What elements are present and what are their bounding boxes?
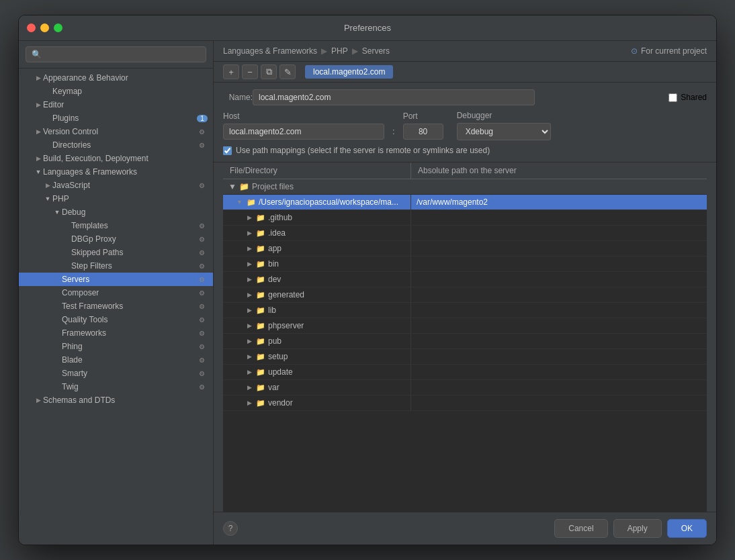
mapping-row[interactable]: ▶ 📁 update: [223, 365, 707, 380]
sidebar-item-templates[interactable]: Templates ⚙: [19, 219, 213, 232]
mapping-row[interactable]: ▶ 📁 .idea: [223, 226, 707, 241]
sidebar-item-step-filters[interactable]: Step Filters ⚙: [19, 259, 213, 273]
mapping-file-cell: ▶ 📁 setup: [223, 349, 411, 364]
settings-icon: ⚙: [197, 127, 206, 136]
add-server-button[interactable]: +: [223, 64, 239, 79]
sidebar-item-lang-frameworks[interactable]: ▼ Languages & Frameworks: [19, 165, 213, 179]
folder-icon: 📁: [256, 368, 265, 377]
mapping-row[interactable]: ▶ 📁 app: [223, 241, 707, 256]
mapping-row[interactable]: ▶ 📁 generated: [223, 287, 707, 303]
mapping-server-cell: [411, 323, 707, 328]
mapping-server-cell: [411, 338, 707, 344]
sidebar-item-build[interactable]: ▶ Build, Execution, Deployment: [19, 152, 213, 165]
mapping-server-cell: [411, 277, 707, 282]
minus-icon: −: [247, 67, 253, 77]
mapping-row[interactable]: ▶ 📁 pub: [223, 334, 707, 349]
mapping-row[interactable]: ▶ 📁 vendor: [223, 395, 707, 411]
close-button[interactable]: [27, 24, 36, 32]
sidebar-item-smarty[interactable]: Smarty ⚙: [19, 367, 213, 380]
colon-separator: :: [392, 126, 395, 136]
arrow-icon: [52, 382, 62, 391]
mapping-row[interactable]: ▼ 📁 /Users/ignaciopascual/workspace/ma..…: [223, 195, 707, 210]
sidebar-item-label: Appearance & Behavior: [43, 73, 208, 83]
sidebar-item-composer[interactable]: Composer ⚙: [19, 286, 213, 299]
mapping-file-cell: ▶ 📁 .github: [223, 210, 411, 225]
server-tab[interactable]: local.magento2.com: [305, 65, 393, 79]
arrow-icon: [52, 288, 62, 297]
sidebar-item-phing[interactable]: Phing ⚙: [19, 340, 213, 353]
sidebar-item-servers[interactable]: Servers ⚙: [19, 273, 213, 286]
sidebar-item-version-control[interactable]: ▶ Version Control ⚙: [19, 125, 213, 138]
sidebar-item-plugins[interactable]: Plugins 1: [19, 111, 213, 125]
sidebar-item-php[interactable]: ▼ PHP: [19, 192, 213, 205]
remove-server-button[interactable]: −: [242, 64, 258, 79]
expand-arrow-icon: ▶: [247, 369, 252, 375]
path-mapping-checkbox[interactable]: [223, 146, 232, 155]
copy-icon: ⧉: [266, 66, 272, 77]
arrow-icon: [43, 113, 52, 123]
sidebar-item-javascript[interactable]: ▶ JavaScript ⚙: [19, 179, 213, 192]
mapping-server-cell: [411, 354, 707, 359]
sidebar-item-directories[interactable]: Directories ⚙: [19, 138, 213, 152]
mapping-row[interactable]: ▶ 📁 .github: [223, 210, 707, 226]
host-label: Host: [223, 111, 384, 121]
breadcrumb-item: Servers: [362, 46, 390, 56]
edit-server-button[interactable]: ✎: [279, 64, 296, 79]
sidebar-item-twig[interactable]: Twig ⚙: [19, 380, 213, 393]
question-icon: ?: [228, 524, 233, 533]
shared-label: Shared: [681, 93, 707, 102]
sidebar-item-debug[interactable]: ▼ Debug: [19, 205, 213, 219]
sidebar-item-appearance[interactable]: ▶ Appearance & Behavior: [19, 71, 213, 85]
sidebar-item-skipped-paths[interactable]: Skipped Paths ⚙: [19, 246, 213, 259]
expand-arrow-icon: ▶: [247, 276, 252, 283]
sidebar-item-label: Build, Execution, Deployment: [43, 154, 208, 163]
arrow-icon: ▶: [43, 181, 52, 190]
expand-arrow-icon: ▶: [247, 353, 252, 360]
sidebar-item-label: DBGp Proxy: [71, 234, 197, 244]
copy-server-button[interactable]: ⧉: [261, 64, 277, 79]
folder-icon: 📁: [256, 337, 265, 346]
sidebar-item-keymap[interactable]: Keymap: [19, 85, 213, 98]
shared-checkbox[interactable]: [668, 93, 677, 102]
mapping-row[interactable]: ▶ 📁 lib: [223, 303, 707, 318]
debugger-select[interactable]: Xdebug Zend Debugger: [457, 123, 551, 140]
bookmark-icon: ⊙: [631, 46, 638, 56]
settings-icon: ⚙: [197, 248, 206, 257]
sidebar-tree: ▶ Appearance & Behavior Keymap ▶ Editor …: [19, 68, 213, 545]
mapping-row[interactable]: ▶ 📁 phpserver: [223, 318, 707, 334]
mapping-row[interactable]: ▶ 📁 bin: [223, 256, 707, 272]
port-input[interactable]: [403, 124, 443, 140]
folder-icon: 📁: [247, 198, 256, 207]
maximize-button[interactable]: [54, 24, 62, 32]
sidebar: ▶ Appearance & Behavior Keymap ▶ Editor …: [19, 41, 214, 545]
sidebar-item-editor[interactable]: ▶ Editor: [19, 98, 213, 111]
sidebar-item-label: Skipped Paths: [71, 248, 197, 257]
project-files-header[interactable]: ▼ 📁 Project files: [223, 179, 707, 195]
arrow-icon: [52, 275, 62, 284]
apply-button[interactable]: Apply: [613, 519, 662, 538]
sidebar-item-label: Frameworks: [62, 328, 197, 338]
sidebar-item-test-frameworks[interactable]: Test Frameworks ⚙: [19, 299, 213, 313]
mapping-row[interactable]: ▶ 📁 setup: [223, 349, 707, 365]
sidebar-item-quality-tools[interactable]: Quality Tools ⚙: [19, 313, 213, 326]
settings-icon: ⚙: [197, 234, 206, 244]
mapping-row[interactable]: ▶ 📁 var: [223, 380, 707, 395]
expand-arrow-icon: ▶: [247, 307, 252, 314]
sidebar-item-frameworks[interactable]: Frameworks ⚙: [19, 326, 213, 340]
expand-arrow-icon: ▶: [247, 400, 252, 406]
search-input[interactable]: [26, 46, 206, 62]
host-input[interactable]: [223, 124, 384, 140]
cancel-button[interactable]: Cancel: [554, 519, 607, 538]
mapping-path: var: [268, 383, 279, 392]
minimize-button[interactable]: [40, 24, 49, 32]
help-button[interactable]: ?: [223, 521, 238, 536]
mapping-row[interactable]: ▶ 📁 dev: [223, 272, 707, 287]
ok-button[interactable]: OK: [667, 519, 707, 538]
sidebar-item-schemas[interactable]: ▶ Schemas and DTDs: [19, 393, 213, 407]
name-input[interactable]: [253, 89, 535, 105]
sidebar-item-blade[interactable]: Blade ⚙: [19, 353, 213, 367]
arrow-icon: [52, 355, 62, 365]
debugger-label: Debugger: [457, 111, 551, 120]
sidebar-item-dbgp-proxy[interactable]: DBGp Proxy ⚙: [19, 232, 213, 246]
sidebar-item-label: Editor: [43, 100, 208, 109]
